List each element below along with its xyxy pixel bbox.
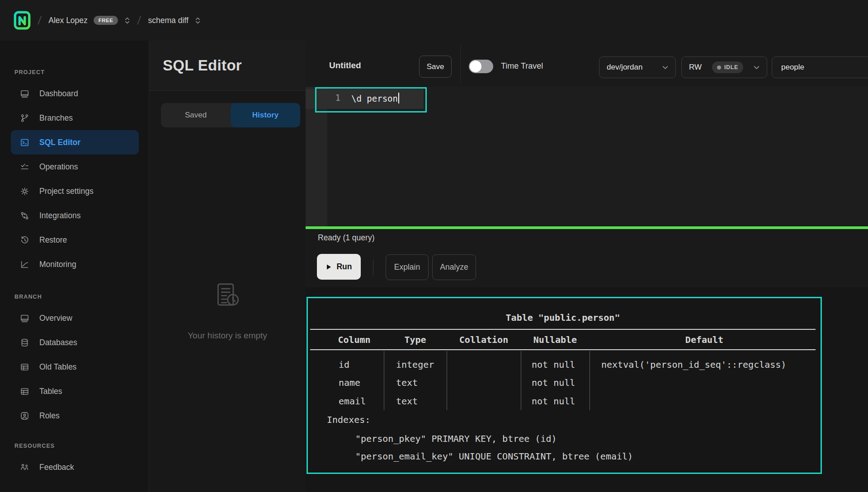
breadcrumb-slash: / — [137, 14, 142, 28]
database-selector-value: people — [781, 63, 804, 72]
history-empty-state: Your history is empty — [149, 280, 306, 341]
query-name[interactable]: Untitled — [329, 61, 361, 70]
sidebar-item-label: Integrations — [39, 211, 80, 220]
table-grid-icon — [20, 362, 29, 372]
results-column-header: Collation — [447, 334, 521, 345]
results-cell — [590, 396, 819, 407]
plan-badge: FREE — [94, 16, 118, 25]
sidebar-item-overview[interactable]: Overview — [11, 306, 139, 330]
sidebar-item-tables[interactable]: Tables — [11, 379, 139, 403]
chevron-down-icon — [662, 66, 668, 70]
operations-icon — [20, 162, 29, 172]
neon-logo-icon[interactable] — [14, 11, 31, 30]
index-definition: "person_pkey" PRIMARY KEY, btree (id) — [355, 433, 557, 444]
feedback-icon — [20, 463, 29, 472]
results-table-row: emailtextnot null — [325, 396, 819, 407]
sidebar-item-roles[interactable]: Roles — [11, 403, 139, 428]
app-window: / Alex Lopez FREE / schema diff PROJECTD… — [0, 0, 868, 492]
branch-selector[interactable]: dev/jordan — [599, 56, 676, 78]
sidebar-item-label: Databases — [39, 338, 77, 347]
overview-icon — [20, 314, 29, 323]
empty-history-icon — [211, 280, 244, 315]
results-output: Table "public.person" ColumnTypeCollatio… — [306, 287, 868, 492]
restore-clock-icon — [20, 235, 29, 245]
results-header-row: ColumnTypeCollationNullableDefault — [325, 334, 819, 345]
compute-status-badge: IDLE — [712, 61, 743, 73]
database-selector[interactable]: people — [772, 56, 868, 78]
results-cell: text — [384, 396, 447, 407]
sidebar-section-label: RESOURCES — [0, 437, 149, 455]
results-table-row: idintegernot nullnextval('person_id_seq'… — [325, 359, 819, 370]
project-switcher-chevrons-icon[interactable] — [195, 17, 201, 24]
sidebar-item-feedback[interactable]: Feedback — [11, 455, 139, 479]
results-column-header: Default — [590, 334, 819, 345]
sql-code-editor[interactable]: 1 \d person — [306, 87, 868, 226]
results-table-title: Table "public.person" — [307, 312, 819, 323]
time-travel-toggle[interactable] — [469, 60, 493, 73]
settings-gear-icon — [20, 187, 29, 196]
sidebar-item-restore[interactable]: Restore — [11, 228, 139, 252]
column-divider — [384, 351, 384, 410]
results-cell — [447, 359, 521, 370]
sidebar-item-dashboard[interactable]: Dashboard — [11, 81, 139, 106]
compute-selector-value: RW — [689, 63, 702, 72]
sidebar-item-monitoring[interactable]: Monitoring — [11, 252, 139, 276]
analyze-button[interactable]: Analyze — [432, 254, 476, 280]
run-button[interactable]: Run — [317, 254, 361, 280]
tab-saved[interactable]: Saved — [161, 103, 231, 127]
column-divider — [590, 351, 590, 410]
results-cell: name — [325, 377, 384, 388]
sidebar-nav: PROJECTDashboardBranchesSQL EditorOperat… — [0, 41, 149, 492]
sidebar-item-branches[interactable]: Branches — [11, 106, 139, 130]
saved-history-tabs: SavedHistory — [161, 103, 300, 127]
indexes-label: Indexes: — [327, 414, 370, 425]
results-cell: nextval('person_id_seq'::regclass) — [590, 359, 819, 370]
sidebar-item-old-tables[interactable]: Old Tables — [11, 355, 139, 379]
sidebar-item-sql-editor[interactable]: SQL Editor — [11, 130, 139, 155]
header-divider — [460, 44, 461, 83]
sidebar-section-label: BRANCH — [0, 288, 149, 306]
play-icon — [326, 264, 332, 270]
breadcrumb-org[interactable]: Alex Lopez — [48, 16, 88, 25]
time-travel-label: Time Travel — [501, 61, 543, 71]
results-column-header: Nullable — [521, 334, 590, 345]
sidebar-item-label: Project settings — [39, 187, 94, 196]
results-column-header: Type — [384, 334, 447, 345]
databases-icon — [20, 338, 29, 347]
line-number: 1 — [330, 93, 340, 103]
integrations-icon — [20, 211, 29, 220]
sidebar-item-label: SQL Editor — [39, 138, 80, 147]
results-cell: not null — [521, 359, 590, 370]
sidebar-item-label: Tables — [39, 387, 62, 396]
sidebar-item-integrations[interactable]: Integrations — [11, 203, 139, 228]
branches-icon — [20, 113, 29, 123]
sql-editor-icon — [20, 138, 29, 147]
table-grid-icon — [20, 387, 29, 396]
save-button[interactable]: Save — [419, 56, 452, 78]
compute-selector[interactable]: RW IDLE — [681, 56, 767, 78]
roles-icon — [20, 411, 29, 421]
explain-button[interactable]: Explain — [386, 254, 429, 280]
page-title: SQL Editor — [163, 57, 242, 74]
sidebar-item-label: Dashboard — [39, 89, 78, 98]
sidebar-item-label: Monitoring — [39, 260, 76, 269]
results-cell: integer — [384, 359, 447, 370]
code-line[interactable]: \d person — [351, 93, 399, 103]
status-text: Ready (1 query) — [318, 233, 374, 243]
sidebar-item-databases[interactable]: Databases — [11, 330, 139, 355]
breadcrumb-project[interactable]: schema diff — [148, 16, 189, 25]
sidebar-item-project-settings[interactable]: Project settings — [11, 179, 139, 203]
results-cell: not null — [521, 396, 590, 407]
index-definition: "person_email_key" UNIQUE CONSTRAINT, bt… — [355, 451, 633, 462]
status-bar: Ready (1 query) — [306, 229, 868, 249]
org-switcher-chevrons-icon[interactable] — [124, 17, 130, 24]
sidebar-item-label: Branches — [39, 113, 73, 123]
query-header: Untitled Save Time Travel dev/jordan RW … — [306, 41, 868, 87]
status-dot-icon — [717, 66, 721, 70]
history-panel: SQL Editor SavedHistory Your history is … — [149, 41, 306, 492]
empty-history-message: Your history is empty — [188, 331, 267, 341]
text-cursor — [398, 93, 399, 103]
sidebar-item-operations[interactable]: Operations — [11, 155, 139, 179]
tab-history[interactable]: History — [231, 103, 300, 127]
history-panel-header: SQL Editor — [149, 41, 306, 91]
